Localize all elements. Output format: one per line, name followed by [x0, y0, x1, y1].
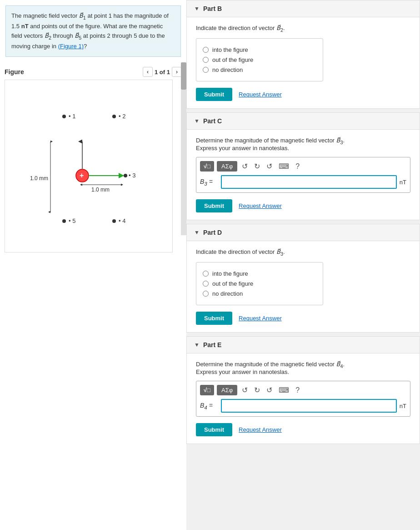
part-e-refresh-btn[interactable]: ↺ — [265, 385, 274, 395]
part-e-header: ▼ Part E — [187, 337, 420, 353]
part-b-header: ▼ Part B — [187, 0, 420, 17]
part-b-label-into[interactable]: into the figure — [212, 46, 248, 53]
figure-canvas: • 1 • 2 + 1.0 mm 1.0 mm — [5, 80, 173, 252]
part-e-keyboard-btn[interactable]: ⌨ — [277, 385, 291, 395]
part-b-actions: Submit Request Answer — [196, 88, 410, 101]
part-d-submit[interactable]: Submit — [196, 312, 232, 325]
part-c-section: ▼ Part C Determine the magnitude of the … — [186, 112, 420, 221]
problem-text: The magnetic field vector B⃗1 at point 1… — [11, 12, 169, 50]
part-d-radio-into[interactable] — [203, 271, 209, 277]
part-b-radio-into[interactable] — [203, 47, 209, 53]
right-panel: ▼ Part B Indicate the direction of vecto… — [186, 0, 420, 530]
svg-point-14 — [112, 219, 116, 223]
part-d-body: Indicate the direction of vector B⃗3. in… — [187, 241, 420, 332]
part-e-instruction: Determine the magnitude of the magnetic … — [196, 361, 410, 376]
part-c-symbol-btn[interactable]: AΣφ — [217, 161, 237, 172]
svg-text:+: + — [80, 172, 84, 179]
part-c-header: ▼ Part C — [187, 113, 420, 130]
figure-area: Figure ‹ 1 of 1 › • 1 • 2 — [0, 62, 186, 530]
part-c-instruction: Determine the magnitude of the magnetic … — [196, 137, 410, 152]
part-e-actions: Submit Request Answer — [196, 423, 410, 436]
part-b-label-none[interactable]: no direction — [212, 66, 243, 73]
part-e-body: Determine the magnitude of the magnetic … — [187, 353, 420, 444]
part-e-unit: nT — [400, 403, 406, 409]
part-e-label: Part E — [203, 341, 221, 348]
part-c-body: Determine the magnitude of the magnetic … — [187, 130, 420, 220]
svg-text:1.0 mm: 1.0 mm — [30, 175, 48, 182]
part-b-label-out[interactable]: out of the figure — [212, 56, 253, 63]
part-c-keyboard-btn[interactable]: ⌨ — [277, 161, 291, 172]
part-c-label: Part C — [203, 117, 222, 125]
part-b-option-1: into the figure — [203, 46, 316, 53]
part-b-radio-none[interactable] — [203, 67, 209, 73]
svg-text:• 2: • 2 — [119, 113, 125, 120]
figure-next-button[interactable]: › — [172, 67, 182, 77]
part-d-label-into[interactable]: into the figure — [212, 270, 248, 277]
part-d-request[interactable]: Request Answer — [239, 315, 282, 322]
part-c-redo-btn[interactable]: ↻ — [252, 161, 262, 172]
part-b-radio-out[interactable] — [203, 57, 209, 63]
part-d-option-1: into the figure — [203, 270, 316, 277]
figure-prev-button[interactable]: ‹ — [143, 67, 153, 77]
part-c-help-btn[interactable]: ? — [294, 162, 301, 172]
part-d-label: Part D — [203, 229, 222, 236]
part-e-undo-btn[interactable]: ↺ — [240, 385, 250, 395]
svg-text:• 3: • 3 — [129, 172, 135, 179]
part-b-section: ▼ Part B Indicate the direction of vecto… — [186, 0, 420, 109]
left-panel: The magnetic field vector B⃗1 at point 1… — [0, 0, 186, 530]
part-b-body: Indicate the direction of vector B⃗2. in… — [187, 17, 420, 108]
part-e-redo-btn[interactable]: ↻ — [252, 385, 262, 395]
part-d-radio-none[interactable] — [203, 291, 209, 297]
part-d-header: ▼ Part D — [187, 224, 420, 241]
part-e-submit[interactable]: Submit — [196, 423, 232, 436]
svg-text:1.0 mm: 1.0 mm — [91, 187, 110, 193]
part-e-radical-btn[interactable]: √□ — [200, 385, 214, 395]
svg-text:• 5: • 5 — [69, 217, 75, 224]
part-b-instruction: Indicate the direction of vector B⃗2. — [196, 25, 410, 33]
part-d-option-2: out of the figure — [203, 280, 316, 287]
part-d-chevron[interactable]: ▼ — [194, 229, 200, 236]
figure-header: Figure ‹ 1 of 1 › — [5, 67, 182, 77]
part-b-chevron[interactable]: ▼ — [194, 5, 200, 12]
part-c-chevron[interactable]: ▼ — [194, 118, 200, 124]
part-d-label-out[interactable]: out of the figure — [212, 280, 253, 287]
part-c-sub-instruction: Express your answer in nanoteslas. — [196, 145, 289, 151]
part-e-symbol-btn[interactable]: AΣφ — [217, 385, 237, 395]
svg-point-0 — [62, 115, 66, 118]
part-c-radical-btn[interactable]: √□ — [200, 161, 214, 172]
part-c-input[interactable] — [221, 175, 397, 189]
part-e-request[interactable]: Request Answer — [239, 426, 282, 433]
part-c-actions: Submit Request Answer — [196, 199, 410, 212]
part-c-unit: nT — [400, 179, 406, 186]
part-b-request[interactable]: Request Answer — [239, 91, 282, 98]
part-e-input-row: B4 = nT — [200, 399, 406, 413]
scrollbar-thumb[interactable] — [181, 62, 186, 90]
part-b-submit[interactable]: Submit — [196, 88, 232, 101]
part-e-toolbar: √□ AΣφ ↺ ↻ ↺ ⌨ ? — [200, 385, 406, 395]
figure-link[interactable]: (Figure 1) — [58, 43, 84, 50]
part-b-option-3: no direction — [203, 66, 316, 73]
part-e-input[interactable] — [221, 399, 397, 413]
svg-point-12 — [124, 174, 127, 177]
part-c-math-area: √□ AΣφ ↺ ↻ ↺ ⌨ ? B3 = nT — [196, 157, 410, 193]
part-d-radio-box: into the figure out of the figure no dir… — [196, 262, 323, 305]
part-c-refresh-btn[interactable]: ↺ — [265, 161, 274, 172]
part-d-option-3: no direction — [203, 290, 316, 297]
svg-text:• 1: • 1 — [69, 113, 75, 120]
part-e-help-btn[interactable]: ? — [294, 385, 301, 395]
part-e-math-area: √□ AΣφ ↺ ↻ ↺ ⌨ ? B4 = nT — [196, 381, 410, 417]
figure-svg: • 1 • 2 + 1.0 mm 1.0 mm — [5, 80, 168, 248]
part-c-request[interactable]: Request Answer — [239, 202, 282, 209]
part-d-label-none[interactable]: no direction — [212, 290, 243, 297]
part-e-chevron[interactable]: ▼ — [194, 342, 200, 348]
part-c-input-label: B3 = — [200, 178, 218, 187]
part-c-undo-btn[interactable]: ↺ — [240, 161, 250, 172]
part-e-sub-instruction: Express your answer in nanoteslas. — [196, 368, 289, 375]
part-d-section: ▼ Part D Indicate the direction of vecto… — [186, 224, 420, 333]
part-b-radio-box: into the figure out of the figure no dir… — [196, 38, 323, 81]
scrollbar[interactable] — [181, 62, 186, 235]
part-d-radio-out[interactable] — [203, 281, 209, 287]
part-c-submit[interactable]: Submit — [196, 199, 232, 212]
part-e-section: ▼ Part E Determine the magnitude of the … — [186, 336, 420, 444]
part-c-input-row: B3 = nT — [200, 175, 406, 189]
